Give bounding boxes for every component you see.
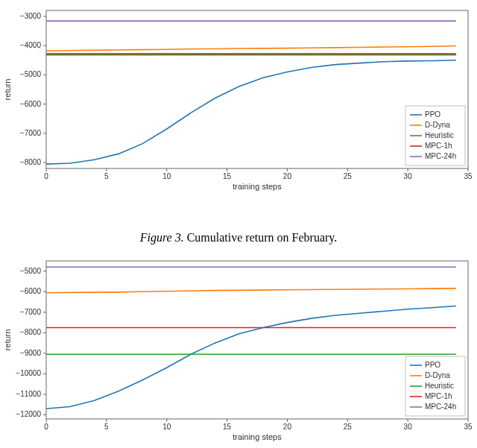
y-tick-label: −6000 [20,287,42,295]
x-tick-label: 20 [283,423,292,431]
series-line-ppo [46,306,456,409]
legend-label: Heuristic [425,131,454,139]
figure-caption-text: Cumulative return on February. [187,231,338,244]
x-tick-label: 20 [283,172,292,180]
x-tick-label: 35 [464,423,473,431]
x-tick-label: 0 [44,423,48,431]
y-tick-label: −3000 [20,12,42,20]
y-tick-label: −7000 [20,308,42,316]
series-line-d-dyna [46,288,456,293]
x-axis: 05101520253035 [44,168,473,180]
y-tick-label: −7000 [20,129,42,137]
legend-label: Heuristic [425,382,454,390]
figure-caption: Figure 3. Cumulative return on February. [0,231,477,244]
x-axis-title: training steps [233,182,282,191]
x-tick-label: 25 [344,423,353,431]
x-tick-label: 15 [223,423,232,431]
y-tick-label: −8000 [20,158,42,166]
series-line-ppo [46,60,456,164]
x-tick-label: 30 [404,423,413,431]
page: 05101520253035−8000−7000−6000−5000−4000−… [0,0,477,448]
y-tick-label: −10000 [16,369,41,377]
x-tick-label: 5 [104,172,109,180]
x-tick-label: 0 [44,172,48,180]
x-tick-label: 10 [162,172,171,180]
legend-label: MPC-1h [425,142,452,150]
legend-label: MPC-1h [425,392,452,400]
chart-top: 05101520253035−8000−7000−6000−5000−4000−… [0,3,477,195]
x-tick-label: 25 [344,172,353,180]
x-tick-label: 35 [464,172,473,180]
legend-label: MPC-24h [425,403,456,411]
figure-number: Figure 3. [140,231,184,244]
y-tick-label: −9000 [20,349,42,357]
y-tick-label: −4000 [20,41,42,49]
x-tick-label: 15 [223,172,232,180]
legend: PPOD-DynaHeuristicMPC-1hMPC-24h [405,106,465,165]
plot-area [46,10,468,168]
y-tick-label: −12000 [16,410,41,418]
y-tick-label: −11000 [16,390,41,398]
legend-label: PPO [425,110,440,119]
chart-bottom: 05101520253035−12000−11000−10000−9000−80… [0,253,477,446]
y-axis: −12000−11000−10000−9000−8000−7000−6000−5… [16,267,46,419]
legend-label: PPO [425,361,440,369]
x-tick-label: 10 [162,423,171,431]
chart-bottom-wrap: 05101520253035−12000−11000−10000−9000−80… [0,253,477,446]
x-axis-title: training steps [233,432,282,441]
y-axis: −8000−7000−6000−5000−4000−3000 [20,12,46,166]
legend-label: D-Dyna [425,371,450,379]
chart-top-wrap: 05101520253035−8000−7000−6000−5000−4000−… [0,3,477,195]
legend: PPOD-DynaHeuristicMPC-1hMPC-24h [405,356,465,416]
legend-label: MPC-24h [425,152,456,160]
y-tick-label: −5000 [20,267,42,275]
x-axis: 05101520253035 [44,419,473,431]
x-tick-label: 30 [404,172,413,180]
series-line-d-dyna [46,46,456,51]
y-axis-title: return [3,79,12,101]
x-tick-label: 5 [104,423,109,431]
y-tick-label: −8000 [20,328,42,336]
y-axis-title: return [3,329,12,351]
y-tick-label: −6000 [20,100,42,108]
y-tick-label: −5000 [20,70,42,78]
legend-label: D-Dyna [425,121,450,129]
